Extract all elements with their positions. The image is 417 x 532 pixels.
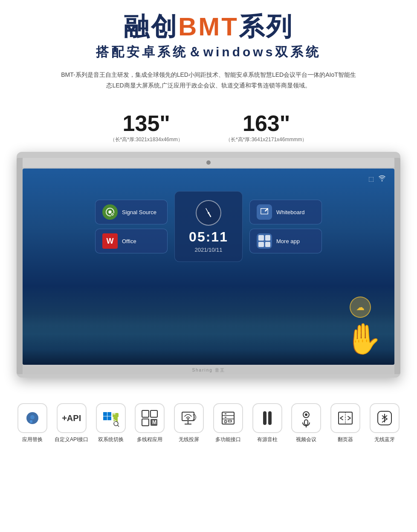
feature-icon-api: +API [57,403,87,433]
svg-rect-35 [225,417,226,418]
clock-date-display: 2021/10/11 [188,247,229,253]
feature-video-conf: 视频会议 [287,403,326,443]
screen-landscape [23,314,394,365]
size-135-dims: （长*高*厚:3021x1834x46mm） [110,136,183,143]
feature-dual-sys: M Q 双系统切换 [91,403,130,443]
svg-rect-23 [151,410,157,417]
feature-multiport: 多功能接口 [208,403,248,443]
side-bar-right [394,158,400,374]
title-chinese: 融创 [124,12,178,41]
feature-label-wireless: 无线投屏 [179,436,199,443]
whiteboard-label: Whiteboard [276,209,304,215]
more-app-tile[interactable]: More app [249,229,322,253]
display-frame: ⬚ [17,152,400,378]
svg-point-19 [114,422,118,426]
features-section: 应用替换 +API 自定义API接口 [0,395,417,452]
signal-source-tile[interactable]: Signal Source [95,200,168,224]
size-item-163: 163" （长*高*厚:3641x2171x46mmmm） [226,112,307,143]
svg-rect-39 [268,411,272,425]
svg-rect-37 [228,420,232,422]
right-apps: Whiteboard More app [249,200,322,253]
svg-rect-34 [225,413,226,414]
feature-icon-dual-sys: M Q [96,403,126,433]
feature-label-app-replace: 应用替换 [22,436,43,443]
side-bar-left [17,158,23,374]
feature-speaker: 有源音柱 [248,403,287,443]
svg-text:M: M [113,412,116,415]
feature-icon-multiport [213,403,243,433]
whiteboard-icon [257,204,272,220]
main-title: 融创BMT系列 [9,13,408,41]
feature-label-bluetooth: 无线蓝牙 [374,436,395,443]
page-wrapper: 融创BMT系列 搭配安卓系统＆windows双系统 BMT-系列是音王自主研发，… [0,0,417,452]
svg-rect-8 [30,420,32,423]
feature-label-api: 自定义API接口 [55,436,88,443]
monitor-icon: ⬚ [368,175,374,183]
svg-rect-12 [103,416,107,420]
office-label: Office [122,238,136,244]
office-tile[interactable]: W Office [95,229,168,253]
signal-source-icon [102,204,118,220]
touch-hand: 🤚 [345,321,382,356]
feature-icon-app-replace [17,403,47,433]
more-app-icon [257,233,272,249]
display-bottom-bar: Sharing 音王 [23,366,394,374]
feature-label-video-conf: 视频会议 [296,436,316,443]
title-series: 系列 [239,12,293,41]
svg-point-30 [187,418,189,420]
svg-rect-13 [107,416,111,420]
svg-rect-38 [263,411,266,425]
size-section: 135" （长*高*厚:3021x1834x46mm） 163" （长*高*厚:… [0,112,417,143]
svg-rect-10 [103,412,107,416]
wifi-icon [378,175,386,183]
feature-multi-app: M 多线程应用 [130,403,169,443]
feature-icon-speaker [252,403,282,433]
feature-icon-wireless [174,403,204,433]
svg-rect-42 [304,420,308,425]
feature-label-dual-sys: 双系统切换 [98,436,124,443]
display-screen: ⬚ [23,169,394,365]
feature-label-speaker: 有源音柱 [257,436,278,443]
description: BMT-系列是音王自主研发，集成全球领先的LED小间距技术、智能安卓系统智慧LE… [59,70,358,91]
more-app-label: More app [276,238,300,244]
display-section: ⬚ [17,152,400,378]
svg-text:M: M [152,419,156,425]
feature-label-pageflipper: 翻页器 [338,436,353,443]
feature-icon-pageflipper [330,403,360,433]
size-163-dims: （长*高*厚:3641x2171x46mmmm） [226,136,307,143]
size-item-135: 135" （长*高*厚:3021x1834x46mm） [110,112,183,143]
feature-icon-bluetooth [370,403,400,433]
feature-wireless: 无线投屏 [169,403,208,443]
svg-rect-31 [222,412,234,424]
feature-bluetooth: 无线蓝牙 [365,403,404,443]
app-columns: Signal Source W Office [31,191,386,262]
svg-point-6 [208,212,209,214]
title-bmt: BMT [178,12,239,41]
signal-source-label: Signal Source [122,209,156,215]
subtitle: 搭配安卓系统＆windows双系统 [9,44,408,61]
svg-point-3 [112,214,113,215]
svg-rect-11 [107,412,111,416]
feature-label-multi-app: 多线程应用 [137,436,162,443]
wps-icon: W [102,233,118,249]
svg-rect-22 [142,410,149,417]
api-text-icon: +API [62,413,81,423]
svg-text:Q: Q [113,419,116,422]
brand-label: Sharing 音王 [192,367,225,373]
grid-icon [258,235,270,247]
size-135-number: 135" [110,112,183,134]
left-apps: Signal Source W Office [95,200,168,253]
svg-rect-24 [142,419,149,426]
camera-dot [206,160,211,165]
clock-face [196,200,221,226]
feature-icon-multi-app: M [135,403,165,433]
display-top-bar [23,158,394,167]
header-section: 融创BMT系列 搭配安卓系统＆windows双系统 BMT-系列是音王自主研发，… [0,0,417,99]
feature-app-replace: 应用替换 [13,403,52,443]
clock-time-display: 05:11 [188,229,229,245]
whiteboard-tile[interactable]: Whiteboard [249,200,322,224]
feature-pageflipper: 翻页器 [326,403,365,443]
clock-widget: 05:11 2021/10/11 [174,191,243,262]
screen-status-bar: ⬚ [31,175,386,183]
size-163-number: 163" [226,112,307,134]
